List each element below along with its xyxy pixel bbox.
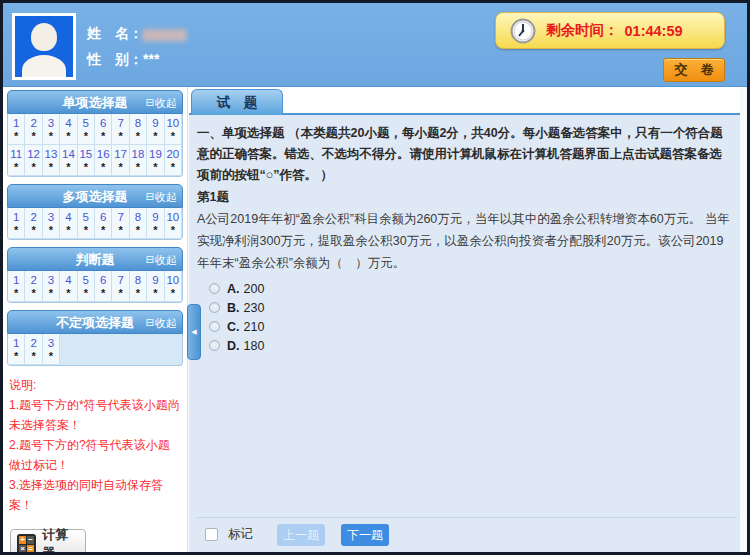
section-intro: 一、单项选择题 （本类题共20小题，每小题2分，共40分。每小题备选答案中，只有…	[197, 123, 731, 186]
submit-paper-button[interactable]: 交 卷	[663, 58, 725, 82]
question-number-cell[interactable]: 9*	[147, 271, 164, 302]
question-number-text: 2	[30, 209, 36, 225]
question-number-cell[interactable]: 8*	[130, 271, 147, 302]
unanswered-symbol: *	[136, 288, 140, 299]
question-number-cell[interactable]: 2*	[25, 114, 42, 145]
question-number-cell[interactable]: 2*	[25, 208, 42, 239]
calculator-icon: +−×=	[17, 534, 36, 552]
answer-option[interactable]: D.180	[209, 336, 731, 355]
question-number-cell[interactable]: 4*	[60, 114, 77, 145]
question-number-cell[interactable]: 13*	[43, 145, 60, 176]
radio-icon[interactable]	[209, 340, 220, 351]
question-number-cell[interactable]: 7*	[112, 208, 129, 239]
unanswered-symbol: *	[84, 225, 88, 236]
question-number-cell[interactable]: 9*	[147, 114, 164, 145]
question-number-cell[interactable]: 2*	[25, 271, 42, 302]
radio-icon[interactable]	[209, 302, 220, 313]
question-number-cell[interactable]: 6*	[95, 208, 112, 239]
question-number-cell[interactable]: 1*	[8, 334, 25, 365]
radio-icon[interactable]	[209, 283, 220, 294]
unanswered-symbol: *	[153, 225, 157, 236]
unanswered-symbol: *	[153, 131, 157, 142]
question-number-cell[interactable]: 18*	[130, 145, 147, 176]
question-number-text: 14	[62, 146, 75, 162]
question-number-cell[interactable]: 1*	[8, 271, 25, 302]
panel-header: 单项选择题⊟收起	[7, 90, 183, 114]
question-number-text: 10	[166, 272, 179, 288]
question-number-cell[interactable]: 4*	[60, 208, 77, 239]
unanswered-symbol: *	[171, 162, 175, 173]
question-number-cell[interactable]: 8*	[130, 114, 147, 145]
question-number-cell[interactable]: 10*	[165, 208, 182, 239]
option-letter: A.	[227, 282, 240, 296]
tab-questions[interactable]: 试 题	[191, 89, 283, 115]
question-number-cell[interactable]: 11*	[8, 145, 25, 176]
question-number-cell[interactable]: 10*	[165, 271, 182, 302]
candidate-gender-row: 性 别：***	[87, 46, 187, 72]
question-number-text: 4	[65, 272, 71, 288]
question-number-text: 8	[135, 115, 141, 131]
timer-label: 剩余时间：	[546, 21, 619, 40]
question-number-cell[interactable]: 7*	[112, 114, 129, 145]
sidebar-collapse-handle[interactable]: ◀	[187, 304, 201, 360]
question-number-cell[interactable]: 14*	[60, 145, 77, 176]
question-number-cell[interactable]: 3*	[43, 114, 60, 145]
previous-question-button[interactable]: 上一题	[277, 524, 325, 546]
question-number-cell[interactable]: 1*	[8, 114, 25, 145]
question-number-cell[interactable]: 15*	[78, 145, 95, 176]
question-number-text: 1	[13, 209, 19, 225]
unanswered-symbol: *	[14, 225, 18, 236]
calculator-button[interactable]: +−×= 计算器	[10, 529, 86, 552]
question-number-text: 1	[13, 272, 19, 288]
question-number-text: 2	[30, 272, 36, 288]
option-value: 210	[244, 320, 265, 334]
answer-option[interactable]: B.230	[209, 298, 731, 317]
question-number-cell[interactable]: 17*	[112, 145, 129, 176]
clock-icon	[510, 18, 536, 44]
next-question-button[interactable]: 下一题	[341, 524, 389, 546]
collapse-button[interactable]: ⊟收起	[146, 185, 177, 209]
question-navigator-sidebar: 单项选择题⊟收起1*2*3*4*5*6*7*8*9*10*11*12*13*14…	[3, 87, 188, 552]
question-number-text: 3	[48, 115, 54, 131]
question-number-text: 8	[135, 272, 141, 288]
question-number-cell[interactable]: 5*	[78, 208, 95, 239]
mark-checkbox[interactable]	[205, 528, 218, 541]
radio-icon[interactable]	[209, 321, 220, 332]
collapse-button[interactable]: ⊟收起	[146, 248, 177, 272]
question-number-cell[interactable]: 3*	[43, 208, 60, 239]
scrollbar-track[interactable]	[740, 87, 747, 552]
question-number-cell[interactable]: 6*	[95, 114, 112, 145]
answer-option[interactable]: A.200	[209, 279, 731, 298]
question-number-cell[interactable]: 9*	[147, 208, 164, 239]
question-number-text: 1	[13, 335, 19, 351]
question-number-cell[interactable]: 20*	[165, 145, 182, 176]
note-line: 3.选择选项的同时自动保存答案！	[9, 475, 181, 515]
question-number-cell[interactable]: 7*	[112, 271, 129, 302]
collapse-button[interactable]: ⊟收起	[146, 311, 177, 335]
question-number-text: 10	[166, 209, 179, 225]
question-number-cell[interactable]: 12*	[25, 145, 42, 176]
unanswered-symbol: *	[153, 162, 157, 173]
question-number-cell[interactable]: 4*	[60, 271, 77, 302]
question-number-cell[interactable]: 16*	[95, 145, 112, 176]
question-number-cell[interactable]: 8*	[130, 208, 147, 239]
question-number-cell[interactable]: 5*	[78, 271, 95, 302]
question-number-cell[interactable]: 10*	[165, 114, 182, 145]
calculator-label: 计算器	[42, 526, 79, 552]
panel-body: 1*2*3*4*5*6*7*8*9*10*	[7, 208, 183, 240]
question-number-cell[interactable]: 3*	[43, 271, 60, 302]
question-number-cell[interactable]: 2*	[25, 334, 42, 365]
question-number-cell[interactable]: 1*	[8, 208, 25, 239]
unanswered-symbol: *	[49, 162, 53, 173]
question-number-text: 9	[152, 272, 158, 288]
question-number-cell[interactable]: 6*	[95, 271, 112, 302]
question-number-cell[interactable]: 19*	[147, 145, 164, 176]
tab-bar: 试 题	[189, 87, 747, 115]
question-number-cell[interactable]: 5*	[78, 114, 95, 145]
collapse-button[interactable]: ⊟收起	[146, 91, 177, 115]
answer-option[interactable]: C.210	[209, 317, 731, 336]
unanswered-symbol: *	[171, 288, 175, 299]
question-number-cell[interactable]: 3*	[43, 334, 60, 365]
question-number-text: 5	[83, 115, 89, 131]
gender-value: ***	[143, 51, 159, 67]
